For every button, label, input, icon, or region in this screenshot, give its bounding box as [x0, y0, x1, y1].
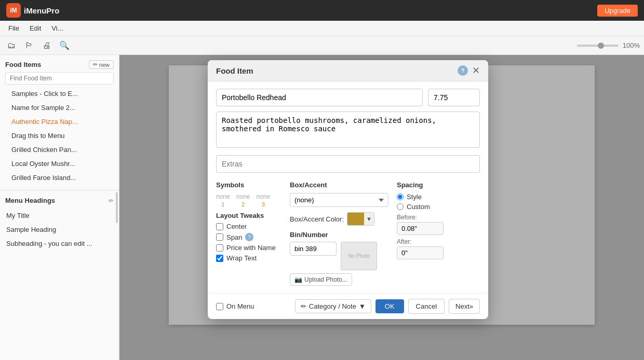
- upload-photo-button[interactable]: 📷 Upload Photo...: [290, 273, 352, 286]
- symbol-1-num: 1: [221, 201, 224, 207]
- bin-section: Bin/Number No Photo 📷 Upload Photo.: [290, 231, 388, 286]
- before-label: Before:: [397, 214, 480, 221]
- menu-headings-title: Menu Headings: [5, 197, 55, 204]
- spacing-custom-radio[interactable]: [397, 203, 404, 210]
- food-item-search[interactable]: [5, 72, 114, 85]
- on-menu-row: On Menu: [216, 302, 254, 310]
- spacing-custom-label: Custom: [407, 203, 430, 211]
- price-name-checkbox[interactable]: [216, 244, 223, 252]
- ok-button[interactable]: OK: [375, 299, 404, 313]
- scroll-indicator: [116, 192, 118, 223]
- item-price-input[interactable]: [428, 89, 480, 106]
- sidebar-item-faroe[interactable]: Grilled Faroe Island...: [5, 171, 114, 185]
- sidebar-item-my-title[interactable]: My Title: [0, 209, 119, 223]
- symbol-3-label: none: [256, 193, 270, 200]
- wrap-text-checkbox[interactable]: [216, 255, 223, 262]
- modal-overlay: Food Item ? ✕ Roasted portobello mushroo…: [119, 55, 644, 360]
- modal-body: Roasted portobello mushrooms, caramelize…: [208, 81, 488, 293]
- chevron-down-icon: ▼: [359, 302, 366, 310]
- left-column: Symbols none 1 none 2: [216, 181, 281, 286]
- topbar: iM iMenuPro Upgrade: [0, 0, 644, 21]
- next-button[interactable]: Next»: [449, 299, 480, 314]
- wrap-text-row: Wrap Text: [216, 254, 281, 262]
- category-note-button[interactable]: ✏ Category / Note ▼: [295, 299, 371, 313]
- food-items-list: Samples - Click to E... Name for Sample …: [5, 87, 114, 185]
- center-row: Center: [216, 223, 281, 230]
- span-checkbox[interactable]: [216, 233, 223, 241]
- search-icon[interactable]: 🔍: [57, 38, 72, 53]
- symbol-2[interactable]: none 2: [236, 193, 250, 207]
- name-price-row: [216, 89, 480, 106]
- photo-label: No Photo: [348, 253, 370, 259]
- food-items-header: Food Items ✏ new: [5, 60, 114, 69]
- symbols-row: none 1 none 2 none 3: [216, 193, 281, 207]
- item-name-input[interactable]: [216, 89, 423, 106]
- menu-edit[interactable]: Edit: [25, 23, 45, 33]
- zoom-slider[interactable]: [577, 45, 619, 47]
- sidebar-item-name-sample[interactable]: Name for Sample 2...: [5, 101, 114, 115]
- on-menu-label: On Menu: [226, 302, 254, 310]
- span-row: Span ?: [216, 233, 281, 241]
- spacing-style-row: Style: [397, 193, 480, 201]
- symbol-3[interactable]: none 3: [256, 193, 270, 207]
- color-swatch-preview: [347, 213, 364, 225]
- box-accent-title: Box/Accent: [290, 181, 388, 189]
- menu-file[interactable]: File: [4, 23, 23, 33]
- content-area: Food Item ? ✕ Roasted portobello mushroo…: [119, 55, 644, 360]
- sidebar-item-drag[interactable]: Drag this to Menu: [5, 129, 114, 143]
- after-input[interactable]: [397, 246, 444, 259]
- flag-icon[interactable]: 🏳: [22, 38, 36, 53]
- modal-columns: Symbols none 1 none 2: [216, 181, 480, 286]
- description-textarea[interactable]: Roasted portobello mushrooms, caramelize…: [216, 112, 480, 148]
- pencil-icon: ✏: [301, 302, 306, 310]
- spacing-style-radio[interactable]: [397, 193, 404, 200]
- cancel-button[interactable]: Cancel: [408, 299, 445, 314]
- accent-color-swatch[interactable]: ▼: [347, 212, 374, 226]
- price-name-label: Price with Name: [226, 244, 276, 252]
- edit-headings-button[interactable]: ✏: [109, 197, 114, 204]
- new-food-item-button[interactable]: ✏ new: [89, 60, 114, 69]
- sidebar-item-pizza[interactable]: Authentic Pizza Nap...: [5, 115, 114, 129]
- camera-icon: 📷: [294, 276, 302, 283]
- toolbar-right: 100%: [577, 41, 640, 49]
- spacing-style-label: Style: [407, 193, 422, 201]
- folder-icon[interactable]: 🗂: [4, 38, 19, 53]
- symbol-2-num: 2: [242, 201, 245, 207]
- close-button[interactable]: ✕: [472, 66, 480, 75]
- toolbar: 🗂 🏳 🖨 🔍 100%: [0, 36, 644, 55]
- sidebar-item-subheading[interactable]: Subheading - you can edit ...: [0, 237, 119, 251]
- app-name: iMenuPro: [24, 6, 59, 15]
- symbol-3-num: 3: [262, 201, 265, 207]
- layout-tweaks-section: Layout Tweaks Center Span ?: [216, 212, 281, 262]
- symbol-1-label: none: [216, 193, 230, 200]
- food-items-title: Food Items: [5, 61, 41, 68]
- symbol-1[interactable]: none 1: [216, 193, 230, 207]
- after-label: After:: [397, 238, 480, 245]
- box-accent-select[interactable]: (none): [290, 193, 388, 207]
- edit-icon-small: ✏: [93, 61, 98, 68]
- sidebar-item-chicken[interactable]: Grilled Chicken Pan...: [5, 143, 114, 157]
- print-icon[interactable]: 🖨: [39, 38, 54, 53]
- on-menu-checkbox[interactable]: [216, 303, 223, 310]
- before-input[interactable]: [397, 222, 444, 235]
- color-dropdown-arrow: ▼: [364, 213, 374, 225]
- span-help-icon[interactable]: ?: [245, 233, 253, 241]
- sidebar-item-samples[interactable]: Samples - Click to E...: [5, 87, 114, 101]
- spacing-title: Spacing: [397, 181, 480, 189]
- modal-header: Food Item ? ✕: [208, 60, 488, 81]
- sidebar-item-oyster[interactable]: Local Oyster Mushr...: [5, 157, 114, 171]
- help-button[interactable]: ?: [458, 65, 468, 76]
- menu-view[interactable]: Vi...: [47, 23, 67, 33]
- app-logo: iM iMenuPro: [6, 3, 59, 18]
- modal-title: Food Item: [216, 66, 253, 75]
- sidebar-item-sample-heading[interactable]: Sample Heading: [0, 223, 119, 237]
- center-label: Center: [226, 223, 247, 230]
- bin-input[interactable]: [290, 242, 337, 256]
- extras-input[interactable]: [216, 155, 480, 173]
- right-column: Spacing Style Custom Before: Af: [397, 181, 480, 286]
- upgrade-button[interactable]: Upgrade: [597, 5, 638, 17]
- food-items-section: Food Items ✏ new Samples - Click to E...…: [0, 55, 119, 188]
- main-layout: Food Items ✏ new Samples - Click to E...…: [0, 55, 644, 360]
- center-checkbox[interactable]: [216, 223, 223, 230]
- price-name-row: Price with Name: [216, 244, 281, 252]
